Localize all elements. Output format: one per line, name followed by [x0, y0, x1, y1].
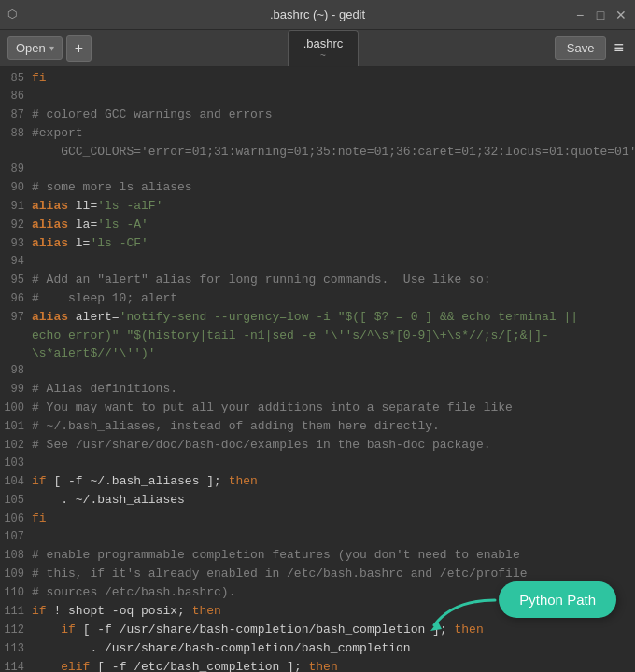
line-number: 86 — [0, 88, 32, 105]
table-row: 109# this, if it's already enabled in /e… — [0, 565, 635, 583]
line-number: 97 — [0, 309, 32, 327]
table-row: 87# colored GCC warnings and errors — [0, 105, 635, 124]
table-row: 88#export — [0, 124, 635, 143]
line-content: alias ll='ls -alF' — [32, 197, 635, 215]
line-number: 103 — [0, 455, 32, 472]
line-content: . /usr/share/bash-completion/bash_comple… — [32, 639, 635, 657]
table-row: \s*alert$//'\'')' — [0, 344, 635, 362]
line-content: alias la='ls -A' — [32, 216, 635, 233]
chevron-down-icon: ▾ — [49, 43, 54, 53]
drag-icon: ⬡ — [7, 7, 17, 21]
line-number: 108 — [0, 547, 32, 565]
table-row: 114 elif [ -f /etc/bash_completion ]; th… — [0, 658, 635, 672]
table-row: 100# You may want to put all your additi… — [0, 399, 635, 417]
line-content: # colored GCC warnings and errors — [32, 105, 635, 123]
menu-button[interactable]: ≡ — [610, 38, 628, 58]
line-number: 105 — [0, 492, 32, 510]
line-content: if [ -f ~/.bash_aliases ]; then — [32, 472, 635, 490]
line-number: 93 — [0, 235, 32, 253]
titlebar: ⬡ .bashrc (~) - gedit − □ ✕ — [0, 0, 635, 30]
line-number: 111 — [0, 603, 32, 621]
table-row: 90# some more ls aliases — [0, 178, 635, 197]
table-row: 112 if [ -f /usr/share/bash-completion/b… — [0, 621, 635, 639]
table-row: 102# See /usr/share/doc/bash-doc/example… — [0, 436, 635, 455]
tab-title: .bashrc — [303, 36, 344, 50]
line-content: GCC_COLORS='error=01;31:warning=01;35:no… — [32, 143, 635, 161]
line-content: # enable programmable completion feature… — [32, 546, 635, 564]
table-row: 101# ~/.bash_aliases, instead of adding … — [0, 417, 635, 436]
line-content: #export — [32, 124, 635, 142]
table-row: 107 — [0, 528, 635, 546]
line-content: # Add an "alert" alias for long running … — [32, 271, 635, 288]
python-path-label: Python Path — [519, 592, 596, 608]
open-button[interactable]: Open ▾ — [7, 36, 63, 60]
line-number: 110 — [0, 584, 32, 602]
line-number: 88 — [0, 125, 32, 143]
line-content: # You may want to put all your additions… — [32, 399, 635, 416]
line-content: echo error)" "$(history|tail -n1|sed -e … — [32, 327, 635, 344]
line-number: 109 — [0, 566, 32, 583]
line-number: 100 — [0, 399, 32, 417]
window-title: .bashrc (~) - gedit — [270, 7, 365, 21]
table-row: 108# enable programmable completion feat… — [0, 546, 635, 565]
line-number: 92 — [0, 217, 32, 234]
line-number: 85 — [0, 70, 32, 88]
line-content: # Alias definitions. — [32, 380, 635, 398]
open-label: Open — [16, 41, 46, 55]
line-content: fi — [32, 510, 635, 527]
table-row: 86 — [0, 88, 635, 105]
line-content: # ~/.bash_aliases, instead of adding the… — [32, 417, 635, 435]
table-row: 103 — [0, 455, 635, 472]
table-row: 94 — [0, 253, 635, 271]
line-number: 112 — [0, 622, 32, 639]
line-content: alias alert='notify-send --urgency=low -… — [32, 308, 635, 326]
tab-subtitle: ~ — [303, 50, 344, 61]
table-row: 106fi — [0, 510, 635, 528]
tab-bashrc[interactable]: .bashrc ~ — [288, 30, 360, 66]
line-content: # See /usr/share/doc/bash-doc/examples i… — [32, 436, 635, 454]
minimize-button[interactable]: − — [573, 8, 586, 21]
line-content: # this, if it's already enabled in /etc/… — [32, 565, 635, 582]
line-number: 95 — [0, 272, 32, 289]
table-row: 113 . /usr/share/bash-completion/bash_co… — [0, 639, 635, 658]
table-row: echo error)" "$(history|tail -n1|sed -e … — [0, 327, 635, 344]
table-row: 89 — [0, 161, 635, 178]
line-number: 106 — [0, 511, 32, 528]
titlebar-controls: − □ ✕ — [573, 8, 628, 21]
line-content: . ~/.bash_aliases — [32, 491, 635, 509]
table-row: 104if [ -f ~/.bash_aliases ]; then — [0, 472, 635, 491]
close-button[interactable]: ✕ — [614, 8, 628, 21]
python-path-arrow-icon — [425, 595, 500, 633]
restore-button[interactable]: □ — [594, 8, 607, 21]
new-button[interactable]: + — [66, 35, 92, 62]
line-number: 113 — [0, 640, 32, 658]
line-content: fi — [32, 69, 635, 87]
table-row: 85fi — [0, 69, 635, 88]
line-number: 104 — [0, 473, 32, 491]
line-number: 102 — [0, 437, 32, 455]
table-row: 105 . ~/.bash_aliases — [0, 491, 635, 510]
line-number: 96 — [0, 290, 32, 308]
line-content: elif [ -f /etc/bash_completion ]; then — [32, 658, 635, 672]
python-path-tooltip: Python Path — [499, 581, 616, 618]
line-content: if [ -f /usr/share/bash-completion/bash_… — [32, 621, 635, 638]
table-row: 99# Alias definitions. — [0, 380, 635, 399]
table-row: 95# Add an "alert" alias for long runnin… — [0, 271, 635, 289]
line-number: 101 — [0, 418, 32, 436]
table-row: 98 — [0, 362, 635, 380]
line-number: 98 — [0, 362, 32, 380]
editor[interactable]: 85fi8687# colored GCC warnings and error… — [0, 67, 635, 672]
table-row: 92alias la='ls -A' — [0, 216, 635, 234]
line-number: 107 — [0, 528, 32, 546]
table-row: 96# sleep 10; alert — [0, 289, 635, 308]
line-content: # sleep 10; alert — [32, 289, 635, 307]
table-row: 93alias l='ls -CF' — [0, 234, 635, 253]
line-number: 91 — [0, 198, 32, 216]
line-content: \s*alert$//'\'')' — [32, 344, 635, 362]
tab-area: .bashrc ~ — [92, 30, 555, 66]
save-button[interactable]: Save — [555, 36, 607, 60]
table-row: 97alias alert='notify-send --urgency=low… — [0, 308, 635, 327]
line-number: 99 — [0, 381, 32, 399]
table-row: GCC_COLORS='error=01;31:warning=01;35:no… — [0, 143, 635, 161]
toolbar: Open ▾ + .bashrc ~ Save ≡ — [0, 30, 635, 67]
